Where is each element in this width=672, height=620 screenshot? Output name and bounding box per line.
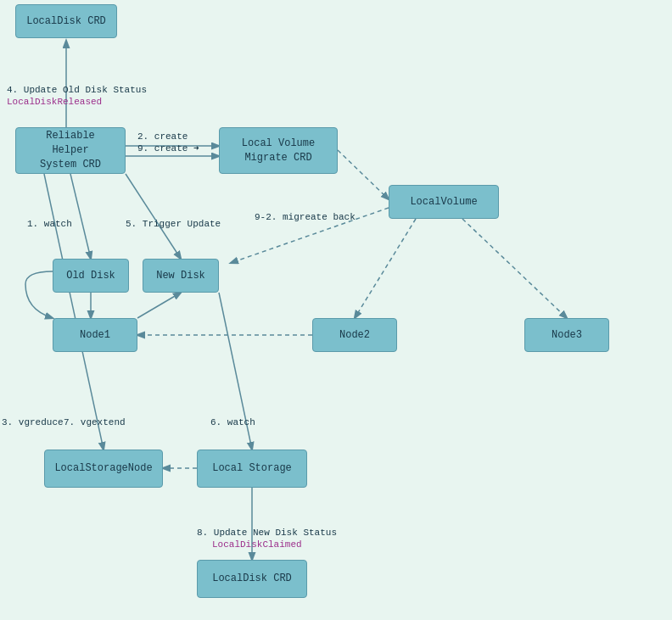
svg-line-7 [462,219,567,318]
node-local-storage: Local Storage [197,450,307,488]
label-localdisk-claimed: LocalDiskClaimed [212,539,302,550]
label-7-vgextend: 7. vgextend [64,417,126,427]
label-2-create: 2. create [137,131,188,142]
label-9-create: 9. create ➜ [137,142,199,154]
node-local-storage-node: LocalStorageNode [44,450,163,488]
label-3-vgreduce: 3. vgreduce [2,417,64,427]
label-8-update-new-disk: 8. Update New Disk Status [197,528,337,538]
label-localdisk-released: LocalDiskReleased [7,97,102,107]
diagram-container: LocalDisk CRD Reliable HelperSystem CRD … [0,0,672,620]
node-localdisk-crd-bottom: LocalDisk CRD [197,560,307,598]
node-reliable-helper: Reliable HelperSystem CRD [15,127,126,174]
node-old-disk: Old Disk [53,259,129,293]
label-5-trigger: 5. Trigger Update [126,219,221,229]
node-node3: Node3 [524,318,609,352]
label-9-2-migrate: 9-2. migreate back [255,212,356,222]
node-node2: Node2 [312,318,397,352]
node-new-disk: New Disk [143,259,219,293]
label-6-watch: 6. watch [210,417,255,427]
svg-line-5 [126,174,181,259]
svg-line-6 [355,219,416,318]
node-local-volume-migrate: Local VolumeMigrate CRD [219,127,338,174]
svg-line-4 [70,174,91,259]
node-node1: Node1 [53,318,137,352]
svg-line-10 [137,293,181,318]
node-localdisk-crd-top: LocalDisk CRD [15,4,117,38]
svg-line-3 [338,150,389,199]
node-local-volume: LocalVolume [389,185,499,219]
svg-line-12 [44,174,104,450]
label-1-watch: 1. watch [27,219,72,229]
label-update-old-disk: 4. Update Old Disk Status [7,85,147,95]
